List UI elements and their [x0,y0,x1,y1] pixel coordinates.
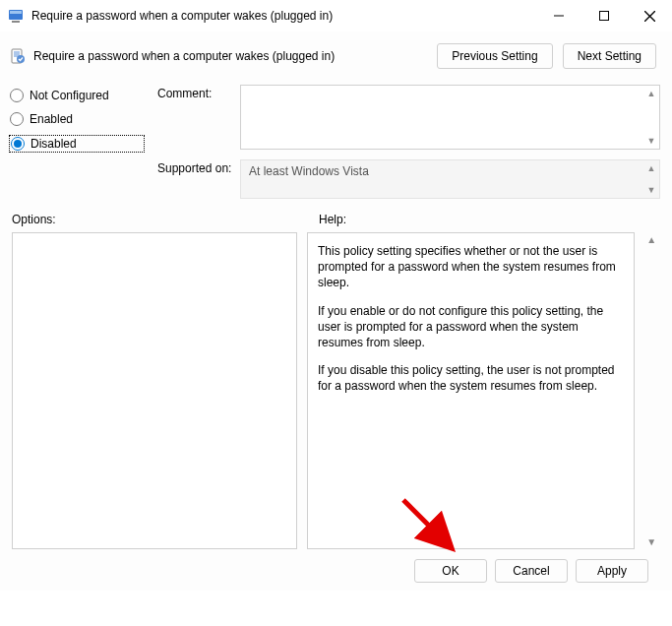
radio-enabled[interactable]: Enabled [10,112,144,126]
radio-not-configured[interactable]: Not Configured [10,89,144,102]
options-label: Options: [12,213,319,226]
cancel-button[interactable]: Cancel [495,559,568,583]
maximize-button[interactable] [581,0,627,31]
svg-rect-2 [12,21,20,23]
comment-textarea[interactable]: ▲ ▼ [240,85,660,150]
help-paragraph: This policy setting specifies whether or… [318,243,624,291]
scroll-up-icon[interactable]: ▲ [646,234,656,245]
dialog-footer: OK Cancel Apply [8,549,662,583]
svg-rect-1 [10,11,22,14]
window-titlebar: Require a password when a computer wakes… [0,0,672,31]
scroll-up-icon[interactable]: ▲ [645,88,657,99]
comment-label: Comment: [157,85,232,150]
options-pane [12,232,297,549]
ok-button[interactable]: OK [414,559,487,583]
radio-label: Disabled [31,137,77,151]
window-title: Require a password when a computer wakes… [31,9,536,23]
scroll-down-icon[interactable]: ▼ [645,135,657,147]
help-paragraph: If you disable this policy setting, the … [318,362,624,394]
help-scrollbar[interactable]: ▲ ▼ [644,232,658,549]
radio-label: Not Configured [30,89,109,102]
svg-rect-4 [600,12,609,21]
apply-button[interactable]: Apply [576,559,648,583]
help-paragraph: If you enable or do not configure this p… [318,303,624,351]
close-button[interactable] [627,0,672,31]
scroll-down-icon[interactable]: ▼ [645,184,657,196]
next-setting-button[interactable]: Next Setting [563,43,656,69]
supported-on-value: At least Windows Vista [249,164,369,178]
help-pane: This policy setting specifies whether or… [307,232,635,549]
scroll-up-icon[interactable]: ▲ [645,162,657,174]
radio-disabled[interactable]: Disabled [10,136,144,152]
supported-label: Supported on: [157,159,232,199]
radio-label: Enabled [30,112,73,126]
policy-icon [10,48,26,64]
previous-setting-button[interactable]: Previous Setting [437,43,552,69]
policy-title: Require a password when a computer wakes… [33,49,437,63]
minimize-button[interactable] [536,0,581,31]
policy-header: Require a password when a computer wakes… [8,39,662,73]
state-radio-group: Not Configured Enabled Disabled [10,85,144,199]
supported-on-box: At least Windows Vista ▲ ▼ [240,159,660,199]
help-label: Help: [319,213,346,226]
scroll-down-icon[interactable]: ▼ [646,536,656,547]
window-controls [536,0,672,31]
app-icon [8,8,24,24]
